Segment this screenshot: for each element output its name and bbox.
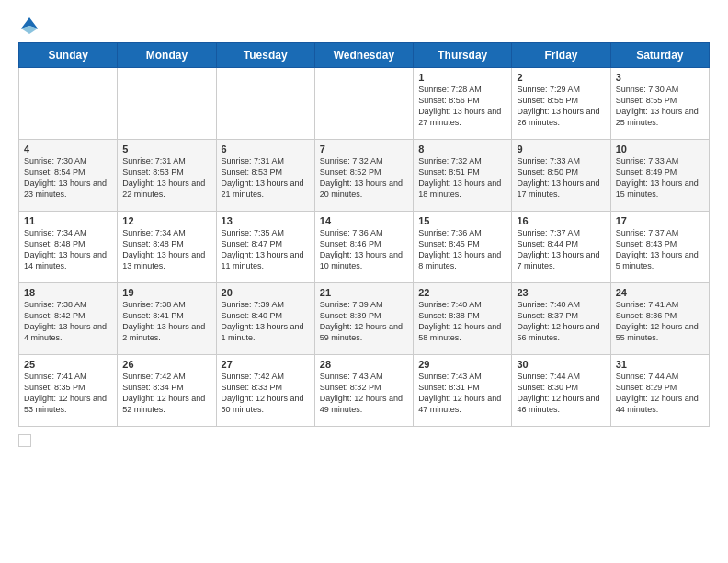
calendar-week-5: 25Sunrise: 7:41 AM Sunset: 8:35 PM Dayli… (19, 355, 710, 427)
calendar-cell: 16Sunrise: 7:37 AM Sunset: 8:44 PM Dayli… (512, 212, 610, 283)
calendar-week-1: 1Sunrise: 7:28 AM Sunset: 8:56 PM Daylig… (19, 68, 710, 140)
calendar-week-3: 11Sunrise: 7:34 AM Sunset: 8:48 PM Dayli… (19, 212, 710, 283)
day-number: 9 (517, 144, 605, 155)
day-info: Sunrise: 7:32 AM Sunset: 8:52 PM Dayligh… (320, 155, 408, 201)
calendar-cell: 9Sunrise: 7:33 AM Sunset: 8:50 PM Daylig… (512, 140, 610, 212)
calendar-cell (216, 68, 314, 140)
day-info: Sunrise: 7:35 AM Sunset: 8:47 PM Dayligh… (222, 227, 310, 272)
page-header (18, 15, 710, 37)
day-number: 27 (222, 359, 310, 370)
weekday-header-saturday: Saturday (610, 43, 709, 68)
calendar-cell: 29Sunrise: 7:43 AM Sunset: 8:31 PM Dayli… (414, 355, 512, 427)
calendar-cell: 30Sunrise: 7:44 AM Sunset: 8:30 PM Dayli… (512, 355, 610, 427)
day-number: 7 (320, 144, 408, 155)
calendar-cell: 27Sunrise: 7:42 AM Sunset: 8:33 PM Dayli… (216, 355, 314, 427)
calendar-cell: 26Sunrise: 7:42 AM Sunset: 8:34 PM Dayli… (118, 355, 216, 427)
day-number: 20 (222, 287, 310, 298)
calendar-cell: 15Sunrise: 7:36 AM Sunset: 8:45 PM Dayli… (414, 212, 512, 283)
day-info: Sunrise: 7:30 AM Sunset: 8:54 PM Dayligh… (24, 155, 112, 201)
day-number: 4 (24, 144, 112, 155)
day-number: 14 (320, 215, 408, 226)
day-number: 13 (222, 215, 310, 226)
calendar-cell: 21Sunrise: 7:39 AM Sunset: 8:39 PM Dayli… (314, 283, 413, 355)
day-number: 26 (122, 359, 210, 370)
daylight-box (18, 434, 31, 447)
day-number: 12 (122, 215, 210, 226)
calendar-cell: 28Sunrise: 7:43 AM Sunset: 8:32 PM Dayli… (314, 355, 413, 427)
calendar-week-2: 4Sunrise: 7:30 AM Sunset: 8:54 PM Daylig… (19, 140, 710, 212)
calendar-week-4: 18Sunrise: 7:38 AM Sunset: 8:42 PM Dayli… (19, 283, 710, 355)
day-number: 2 (517, 72, 605, 83)
calendar-cell: 18Sunrise: 7:38 AM Sunset: 8:42 PM Dayli… (19, 283, 118, 355)
weekday-header-friday: Friday (512, 43, 610, 68)
day-info: Sunrise: 7:36 AM Sunset: 8:45 PM Dayligh… (418, 227, 506, 272)
weekday-header-tuesday: Tuesday (216, 43, 314, 68)
calendar-cell: 10Sunrise: 7:33 AM Sunset: 8:49 PM Dayli… (610, 140, 709, 212)
calendar-cell: 7Sunrise: 7:32 AM Sunset: 8:52 PM Daylig… (314, 140, 413, 212)
logo (18, 15, 44, 37)
day-info: Sunrise: 7:37 AM Sunset: 8:43 PM Dayligh… (616, 227, 704, 272)
calendar-cell: 8Sunrise: 7:32 AM Sunset: 8:51 PM Daylig… (414, 140, 512, 212)
day-info: Sunrise: 7:41 AM Sunset: 8:35 PM Dayligh… (24, 371, 112, 416)
weekday-header-thursday: Thursday (414, 43, 512, 68)
day-info: Sunrise: 7:31 AM Sunset: 8:53 PM Dayligh… (222, 155, 310, 201)
day-number: 22 (418, 287, 506, 298)
calendar-cell: 5Sunrise: 7:31 AM Sunset: 8:53 PM Daylig… (118, 140, 216, 212)
day-number: 8 (418, 144, 506, 155)
logo-icon (18, 15, 40, 37)
day-info: Sunrise: 7:29 AM Sunset: 8:55 PM Dayligh… (517, 84, 605, 129)
footer (18, 434, 710, 447)
calendar-cell: 11Sunrise: 7:34 AM Sunset: 8:48 PM Dayli… (19, 212, 118, 283)
calendar-cell: 6Sunrise: 7:31 AM Sunset: 8:53 PM Daylig… (216, 140, 314, 212)
day-number: 6 (222, 144, 310, 155)
calendar-cell: 23Sunrise: 7:40 AM Sunset: 8:37 PM Dayli… (512, 283, 610, 355)
day-number: 11 (24, 215, 112, 226)
day-number: 5 (122, 144, 210, 155)
day-number: 24 (616, 287, 704, 298)
calendar-cell: 12Sunrise: 7:34 AM Sunset: 8:48 PM Dayli… (118, 212, 216, 283)
calendar-cell: 22Sunrise: 7:40 AM Sunset: 8:38 PM Dayli… (414, 283, 512, 355)
calendar-cell (314, 68, 413, 140)
day-info: Sunrise: 7:34 AM Sunset: 8:48 PM Dayligh… (122, 227, 210, 272)
calendar-cell: 20Sunrise: 7:39 AM Sunset: 8:40 PM Dayli… (216, 283, 314, 355)
day-number: 15 (418, 215, 506, 226)
calendar-cell: 24Sunrise: 7:41 AM Sunset: 8:36 PM Dayli… (610, 283, 709, 355)
weekday-header-wednesday: Wednesday (314, 43, 413, 68)
day-number: 30 (517, 359, 605, 370)
day-info: Sunrise: 7:36 AM Sunset: 8:46 PM Dayligh… (320, 227, 408, 272)
day-number: 18 (24, 287, 112, 298)
calendar-cell (118, 68, 216, 140)
calendar-cell: 17Sunrise: 7:37 AM Sunset: 8:43 PM Dayli… (610, 212, 709, 283)
day-info: Sunrise: 7:34 AM Sunset: 8:48 PM Dayligh… (24, 227, 112, 272)
day-number: 23 (517, 287, 605, 298)
weekday-header-sunday: Sunday (19, 43, 118, 68)
day-number: 29 (418, 359, 506, 370)
day-info: Sunrise: 7:43 AM Sunset: 8:31 PM Dayligh… (418, 371, 506, 416)
day-info: Sunrise: 7:32 AM Sunset: 8:51 PM Dayligh… (418, 155, 506, 201)
day-info: Sunrise: 7:37 AM Sunset: 8:44 PM Dayligh… (517, 227, 605, 272)
day-info: Sunrise: 7:38 AM Sunset: 8:41 PM Dayligh… (122, 299, 210, 344)
calendar-cell: 13Sunrise: 7:35 AM Sunset: 8:47 PM Dayli… (216, 212, 314, 283)
day-number: 17 (616, 215, 704, 226)
calendar-table: SundayMondayTuesdayWednesdayThursdayFrid… (18, 42, 710, 427)
calendar-cell: 31Sunrise: 7:44 AM Sunset: 8:29 PM Dayli… (610, 355, 709, 427)
day-info: Sunrise: 7:30 AM Sunset: 8:55 PM Dayligh… (616, 84, 704, 129)
day-info: Sunrise: 7:33 AM Sunset: 8:49 PM Dayligh… (616, 155, 704, 201)
day-number: 1 (418, 72, 506, 83)
day-number: 10 (616, 144, 704, 155)
day-info: Sunrise: 7:42 AM Sunset: 8:34 PM Dayligh… (122, 371, 210, 416)
day-info: Sunrise: 7:33 AM Sunset: 8:50 PM Dayligh… (517, 155, 605, 201)
day-number: 19 (122, 287, 210, 298)
day-info: Sunrise: 7:40 AM Sunset: 8:38 PM Dayligh… (418, 299, 506, 344)
calendar-cell: 2Sunrise: 7:29 AM Sunset: 8:55 PM Daylig… (512, 68, 610, 140)
calendar-cell: 14Sunrise: 7:36 AM Sunset: 8:46 PM Dayli… (314, 212, 413, 283)
calendar-cell: 1Sunrise: 7:28 AM Sunset: 8:56 PM Daylig… (414, 68, 512, 140)
day-info: Sunrise: 7:42 AM Sunset: 8:33 PM Dayligh… (222, 371, 310, 416)
weekday-header-monday: Monday (118, 43, 216, 68)
day-info: Sunrise: 7:44 AM Sunset: 8:30 PM Dayligh… (517, 371, 605, 416)
day-info: Sunrise: 7:41 AM Sunset: 8:36 PM Dayligh… (616, 299, 704, 344)
day-number: 3 (616, 72, 704, 83)
day-info: Sunrise: 7:31 AM Sunset: 8:53 PM Dayligh… (122, 155, 210, 201)
day-info: Sunrise: 7:43 AM Sunset: 8:32 PM Dayligh… (320, 371, 408, 416)
calendar-cell (19, 68, 118, 140)
